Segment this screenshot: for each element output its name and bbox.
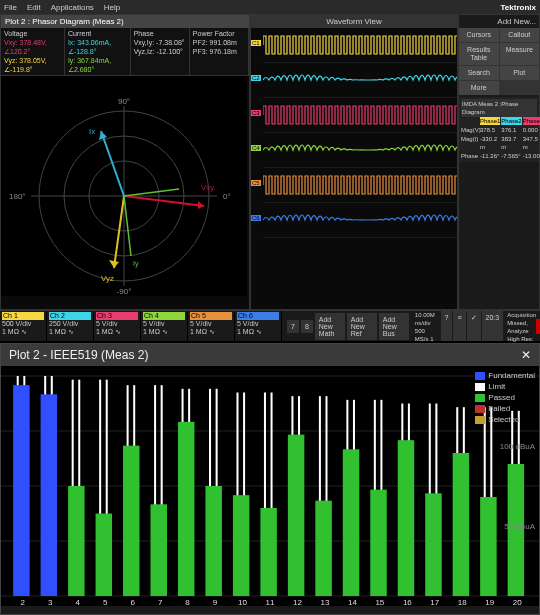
panel-button[interactable]: Cursors	[459, 28, 499, 42]
svg-rect-44	[123, 446, 139, 596]
svg-rect-52	[178, 422, 194, 596]
channel-control[interactable]: Ch 1500 V/div1 MΩ ∿	[0, 311, 47, 341]
channel-badge: C6	[251, 215, 261, 221]
svg-line-19	[124, 196, 131, 256]
svg-text:Iy: Iy	[133, 260, 139, 268]
svg-text:8: 8	[185, 598, 190, 606]
flag-icon[interactable]: ≡	[453, 311, 465, 341]
add-math[interactable]: Add New Math	[315, 313, 345, 340]
svg-text:10: 10	[238, 598, 247, 606]
svg-rect-96	[480, 497, 496, 596]
menu-bar: FileEditApplicationsHelp Tektronix	[0, 0, 540, 14]
svg-rect-36	[68, 486, 84, 596]
waveform-channel[interactable]: C1	[263, 28, 457, 63]
svg-text:Vxy: Vxy	[201, 183, 214, 192]
plot2-chart[interactable]: 234567891011121314151617181920 Fundament…	[1, 366, 539, 606]
channel-badge: C2	[251, 75, 261, 81]
channel-control[interactable]: Ch 2250 V/div1 MΩ ∿	[47, 311, 94, 341]
legend-item: Passed	[475, 392, 535, 403]
phasor-panel: Plot 2 : Phasor Diagram (Meas 2) Voltage…	[0, 14, 250, 310]
channel-bar: Ch 1500 V/div1 MΩ ∿Ch 2250 V/div1 MΩ ∿Ch…	[0, 310, 540, 341]
phasor-measurements: Voltage Vxy: 378.48V, ∠120.2° Vyz: 378.0…	[1, 28, 249, 76]
menu-item[interactable]: Edit	[27, 3, 41, 12]
add-new-label: Add New...	[459, 15, 539, 28]
close-icon[interactable]: ✕	[521, 348, 531, 362]
svg-text:2: 2	[21, 598, 26, 606]
svg-text:Vyz: Vyz	[101, 274, 114, 283]
svg-rect-72	[315, 501, 331, 596]
time: 20:3	[482, 311, 504, 341]
svg-rect-84	[398, 440, 414, 596]
svg-text:17: 17	[430, 598, 439, 606]
menu-item[interactable]: File	[4, 3, 17, 12]
svg-text:-90°: -90°	[117, 287, 132, 296]
svg-text:90°: 90°	[118, 97, 130, 106]
svg-rect-28	[13, 385, 29, 596]
legend-item: Selected	[475, 414, 535, 425]
phasor-diagram[interactable]: 90° 0° -90° 180° Vxy Vyz Ix Iy	[1, 76, 247, 296]
channel-control[interactable]: Ch 35 V/div1 MΩ ∿	[94, 311, 141, 341]
svg-rect-40	[96, 514, 112, 597]
channel-badge: C1	[251, 40, 261, 46]
svg-line-18	[124, 189, 179, 196]
panel-button[interactable]: Search	[459, 66, 499, 80]
channel-badge: C5	[251, 180, 261, 186]
flag-icon[interactable]: ?	[441, 311, 453, 341]
svg-text:11: 11	[266, 598, 275, 606]
svg-rect-64	[260, 508, 276, 596]
svg-text:16: 16	[403, 598, 412, 606]
right-panel: Add New... CursorsCalloutResults TableMe…	[458, 14, 540, 310]
channel-control[interactable]: Ch 65 V/div1 MΩ ∿	[235, 311, 282, 341]
svg-text:3: 3	[48, 598, 53, 606]
svg-line-15	[101, 131, 124, 196]
svg-line-12	[114, 196, 124, 268]
waveform-channel[interactable]: C2	[263, 63, 457, 98]
flag-icon[interactable]: ✓	[467, 311, 481, 341]
plot2-panel: Plot 2 - IEEE519 (Meas 2) ✕ 234567891011…	[0, 343, 540, 615]
waveform-channel[interactable]: C3	[263, 98, 457, 133]
panel-button[interactable]: Callout	[500, 28, 540, 42]
svg-text:4: 4	[75, 598, 80, 606]
legend-item: Limit	[475, 381, 535, 392]
legend-item: Fundamental	[475, 370, 535, 381]
menu-item[interactable]: Applications	[51, 3, 94, 12]
menu-item[interactable]: Help	[104, 3, 120, 12]
svg-text:7: 7	[158, 598, 163, 606]
svg-rect-76	[343, 449, 359, 596]
svg-text:5: 5	[103, 598, 108, 606]
svg-text:0°: 0°	[223, 192, 231, 201]
svg-line-9	[124, 196, 204, 206]
svg-text:6: 6	[130, 598, 135, 606]
num-button[interactable]: 8	[301, 320, 313, 333]
svg-rect-60	[233, 495, 249, 596]
num-button[interactable]: 7	[287, 320, 299, 333]
svg-text:9: 9	[213, 598, 218, 606]
svg-text:14: 14	[348, 598, 357, 606]
plot2-legend: FundamentalLimitPassedFailedSelected	[475, 370, 535, 425]
waveform-channel[interactable]: C6	[263, 203, 457, 238]
add-ref[interactable]: Add New Ref	[347, 313, 377, 340]
panel-button[interactable]: Results Table	[459, 43, 499, 65]
panel-button[interactable]: More	[459, 81, 499, 95]
panel-button[interactable]: Measure	[500, 43, 540, 65]
waveform-channel[interactable]: C4	[263, 133, 457, 168]
add-bus[interactable]: Add New Bus	[379, 313, 409, 340]
channel-badge: C3	[251, 110, 261, 116]
brand: Tektronix	[501, 3, 536, 12]
svg-marker-13	[109, 260, 119, 268]
waveform-title: Waveform View	[251, 15, 457, 28]
svg-rect-88	[425, 493, 441, 596]
waveform-channel[interactable]: C5	[263, 168, 457, 203]
measurement-readout[interactable]: IMDA Meas 2 :Phase Diagram Phase1 Phase2…	[459, 97, 539, 162]
preview-button[interactable]: Preview	[536, 319, 540, 334]
svg-text:Ix: Ix	[89, 127, 95, 136]
svg-text:12: 12	[293, 598, 302, 606]
svg-text:13: 13	[320, 598, 329, 606]
channel-control[interactable]: Ch 55 V/div1 MΩ ∿	[188, 311, 235, 341]
plot2-title: Plot 2 - IEEE519 (Meas 2)	[9, 348, 148, 362]
svg-text:19: 19	[485, 598, 494, 606]
panel-button[interactable]: Plot	[500, 66, 540, 80]
waveform-panel[interactable]: Waveform View C1C2C3C4C5C6	[250, 14, 458, 310]
channel-control[interactable]: Ch 45 V/div1 MΩ ∿	[141, 311, 188, 341]
legend-item: Failed	[475, 403, 535, 414]
